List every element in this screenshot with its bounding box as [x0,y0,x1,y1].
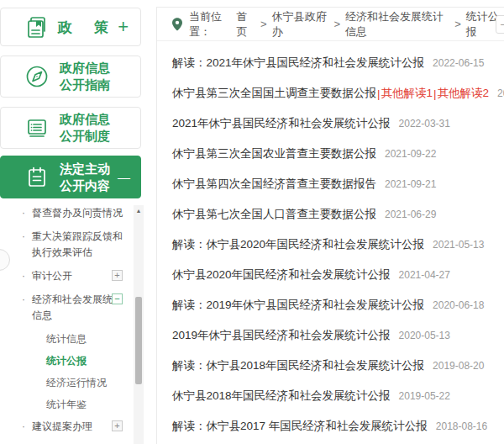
bulletin-link[interactable]: 解读：2019年休宁县国民经济和社会发展统计公报 [172,298,424,313]
expand-plus-icon[interactable]: + [112,270,123,281]
list-item: 休宁县第三次全国农业普查主要数据公报 2021-09-22 [172,139,504,169]
collapse-minus-icon[interactable]: − [112,293,123,304]
publish-date: 2022-05-06 [497,87,504,99]
sidebar-scrollbar-track[interactable]: ▲ [134,205,144,444]
list-item: 解读：2021年休宁县国民经济和社会发展统计公报 2022-06-15 [172,48,504,78]
other-interpretation-link-1[interactable]: 其他解读1 [381,86,433,101]
collapse-icon[interactable]: — [118,170,130,184]
sidebar: 政策 + 政府信息公开指南 [0,0,144,444]
submenu-item-economic-operation[interactable]: 经济运行情况 [0,375,136,391]
bullet-dot: · [22,419,25,435]
menu-item-decision-feedback[interactable]: · 重大决策跟踪反馈和执行效果评估 [0,229,136,261]
breadcrumb-home[interactable]: 首页 [236,9,255,40]
submenu-item-stats-info[interactable]: 统计信息 [0,331,136,347]
menu-item-economic-stats[interactable]: · 经济和社会发展统计信息 − [0,292,136,324]
bulletin-link[interactable]: 解读：休宁县2017 年国民经济和社会发展统计公报 [172,419,428,434]
bulletin-link[interactable]: 休宁县第四次全国经济普查主要数据报告 [172,177,376,192]
other-interpretation-link-2[interactable]: 其他解读2 [438,86,490,101]
location-pin-icon [172,18,182,31]
main-panel: 当前位置： 首页 > 休宁县政府办 > 经济和社会发展统计信息 > 统计公报 –… [156,7,504,444]
breadcrumb-separator: > [454,18,461,30]
publish-date: 2021-04-27 [399,269,450,281]
list-item: 休宁县2020年国民经济和社会发展统计公报 2021-04-27 [172,260,504,290]
bulletin-link[interactable]: 2019年休宁县国民经济和社会发展统计公报 [172,328,391,343]
bullet-dot: · [22,292,25,308]
bulletin-link[interactable]: 解读：2021年休宁县国民经济和社会发展统计公报 [172,56,424,71]
bullet-dot: · [22,229,25,245]
policy-box-label: 政策 [58,18,108,37]
breadcrumb-separator: > [333,18,340,30]
guide-label: 政府信息公开指南 [60,60,110,93]
system-label: 政府信息公开制度 [60,111,110,145]
list-item: 休宁县2018年国民经济和社会发展统计公报 2019-05-22 [172,381,504,411]
expand-plus-icon[interactable]: + [112,420,123,431]
policy-expand-icon[interactable]: + [118,16,129,38]
legal-label: 法定主动公开内容 [60,161,110,194]
breadcrumb-gov-office[interactable]: 休宁县政府办 [272,9,329,40]
breadcrumb-separator: > [260,18,267,30]
bulletin-list: 解读：2021年休宁县国民经济和社会发展统计公报 2022-06-15 休宁县第… [157,41,504,441]
list-item: 解读：休宁县2020年国民经济和社会发展统计公报 2021-05-13 [172,230,504,260]
list-item: 休宁县第三次全国国土调查主要数据公报 | 其他解读1 | 其他解读2 2022-… [172,78,504,108]
publish-date: 2022-06-15 [433,57,484,69]
extra-separator: | [377,87,381,100]
publish-date: 2021-05-13 [433,239,484,251]
publish-date: 2021-09-22 [385,148,436,160]
list-item: 休宁县第七次全国人口普查主要数据公报 2021-06-29 [172,199,504,230]
menu-item-proposals[interactable]: · 建议提案办理 + [0,419,136,435]
menu-item-supervision[interactable]: · 督查督办及问责情况 [0,205,136,221]
list-item: 2019年休宁县国民经济和社会发展统计公报 2020-05-13 [172,320,504,351]
publish-date: 2019-08-20 [433,360,484,372]
publish-date: 2019-05-22 [399,390,450,402]
bulletin-link[interactable]: 休宁县2020年国民经济和社会发展统计公报 [172,267,391,283]
policy-documents-icon [23,13,51,41]
bulletin-link[interactable]: 解读：休宁县2020年国民经济和社会发展统计公报 [172,237,424,252]
submenu-item-stats-bulletin-active[interactable]: 统计公报 [0,353,136,369]
submenu-item-stats-yearbook[interactable]: 统计年鉴 [0,397,136,413]
publish-date: 2021-09-21 [385,178,436,190]
scroll-up-arrow-icon[interactable]: ▲ [134,208,144,214]
page-root: 政策 + 政府信息公开指南 [0,0,504,444]
clipboard-icon [23,163,51,192]
sidebar-item-system[interactable]: 政府信息公开制度 [0,107,141,149]
bulletin-link[interactable]: 休宁县第七次全国人口普查主要数据公报 [172,207,376,222]
list-item: 休宁县第四次全国经济普查主要数据报告 2021-09-21 [172,169,504,199]
publish-date: 2021-06-29 [385,209,436,220]
list-item: 2021年休宁县国民经济和社会发展统计公报 2022-03-31 [172,108,504,139]
bulletin-link[interactable]: 休宁县第三次全国国土调查主要数据公报 [172,86,376,101]
list-item: 解读：2019年休宁县国民经济和社会发展统计公报 2020-06-18 [172,290,504,320]
publish-date: 2018-08-16 [436,420,487,432]
publish-date: 2020-05-13 [399,330,450,341]
bullet-dot: · [22,205,25,221]
compass-icon [23,62,51,91]
list-item: 解读：休宁县2017 年国民经济和社会发展统计公报 2018-08-16 [172,411,504,441]
sidebar-policy-box[interactable]: 政策 + [0,8,141,46]
sidebar-item-legal-active[interactable]: 法定主动公开内容 — [0,156,141,198]
sidebar-item-guide[interactable]: 政府信息公开指南 [0,56,141,98]
extra-separator: | [433,87,437,100]
bulletin-link[interactable]: 解读：休宁县2018年国民经济和社会发展统计公报 [172,358,424,373]
publish-date: 2022-03-31 [399,118,450,130]
breadcrumb-stats-info[interactable]: 经济和社会发展统计信息 [345,9,449,40]
breadcrumb-prefix: 当前位置： [189,9,236,40]
publish-date: 2020-06-18 [433,299,484,311]
bulletin-link[interactable]: 休宁县第三次全国农业普查主要数据公报 [172,146,376,161]
sidebar-scrollbar-thumb[interactable] [135,297,142,384]
breadcrumb: 当前位置： 首页 > 休宁县政府办 > 经济和社会发展统计信息 > 统计公报 – [157,8,504,41]
bullet-dot: · [22,268,25,284]
bulletin-link[interactable]: 2021年休宁县国民经济和社会发展统计公报 [172,116,391,131]
bulletin-link[interactable]: 休宁县2018年国民经济和社会发展统计公报 [172,388,391,404]
breadcrumb-edge-button[interactable]: – [496,15,504,34]
sidebar-submenu: · 督查督办及问责情况 · 重大决策跟踪反馈和执行效果评估 · 审计公开 + ·… [0,205,144,444]
menu-item-audit[interactable]: · 审计公开 + [0,268,136,284]
list-item: 解读：休宁县2018年国民经济和社会发展统计公报 2019-08-20 [172,351,504,381]
document-list-icon [23,114,51,142]
